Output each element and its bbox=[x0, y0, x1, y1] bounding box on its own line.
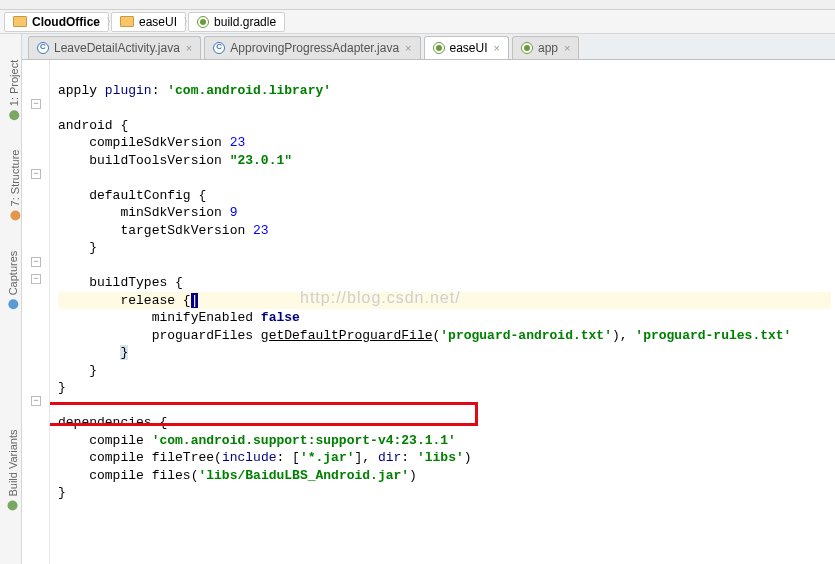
breadcrumb-module-label: easeUI bbox=[139, 15, 177, 29]
breadcrumb-project-label: CloudOffice bbox=[32, 15, 100, 29]
fold-icon[interactable]: − bbox=[31, 99, 41, 109]
fold-icon[interactable]: − bbox=[31, 169, 41, 179]
breadcrumb-file[interactable]: build.gradle bbox=[188, 12, 285, 32]
code-area[interactable]: apply plugin: 'com.android.library' andr… bbox=[50, 60, 835, 564]
tab-label: app bbox=[538, 41, 558, 55]
breadcrumb-file-label: build.gradle bbox=[214, 15, 276, 29]
breadcrumb-project[interactable]: CloudOffice bbox=[4, 12, 109, 32]
fold-icon[interactable]: − bbox=[31, 257, 41, 267]
folder-icon bbox=[120, 16, 134, 27]
close-icon[interactable]: × bbox=[405, 42, 411, 54]
gutter: − − − − − bbox=[22, 60, 50, 564]
tab-label: ApprovingProgressAdapter.java bbox=[230, 41, 399, 55]
tab-label: easeUI bbox=[450, 41, 488, 55]
code-editor[interactable]: − − − − − apply plugin: 'com.android.lib… bbox=[22, 60, 835, 564]
dot-icon bbox=[10, 210, 20, 220]
dot-icon bbox=[8, 501, 18, 511]
tab-approving-adapter[interactable]: ApprovingProgressAdapter.java × bbox=[204, 36, 420, 59]
breadcrumb-module[interactable]: easeUI bbox=[111, 12, 186, 32]
gradle-icon bbox=[197, 16, 209, 28]
tab-label: LeaveDetailActivity.java bbox=[54, 41, 180, 55]
sidebar-item-project[interactable]: 1: Project bbox=[8, 60, 20, 120]
dot-icon bbox=[9, 110, 19, 120]
java-icon bbox=[37, 42, 49, 54]
fold-icon[interactable]: − bbox=[31, 396, 41, 406]
gradle-icon bbox=[433, 42, 445, 54]
editor-tab-bar: LeaveDetailActivity.java × ApprovingProg… bbox=[22, 34, 835, 60]
gradle-icon bbox=[521, 42, 533, 54]
sidebar-item-structure[interactable]: 7: Structure bbox=[9, 150, 21, 221]
close-icon[interactable]: × bbox=[186, 42, 192, 54]
fold-icon[interactable]: − bbox=[31, 274, 41, 284]
tab-app[interactable]: app × bbox=[512, 36, 579, 59]
sidebar-item-captures[interactable]: Captures bbox=[7, 251, 19, 310]
close-icon[interactable]: × bbox=[494, 42, 500, 54]
breadcrumb: CloudOffice easeUI build.gradle bbox=[0, 10, 835, 34]
close-icon[interactable]: × bbox=[564, 42, 570, 54]
highlight-annotation bbox=[50, 402, 478, 426]
sidebar-item-build-variants[interactable]: Build Variants bbox=[7, 429, 19, 510]
toolbar-strip bbox=[0, 0, 835, 10]
tab-leave-detail[interactable]: LeaveDetailActivity.java × bbox=[28, 36, 201, 59]
folder-icon bbox=[13, 16, 27, 27]
java-icon bbox=[213, 42, 225, 54]
tab-easeui[interactable]: easeUI × bbox=[424, 36, 509, 59]
tool-window-bar-left: 1: Project 7: Structure Captures Build V… bbox=[0, 34, 22, 564]
dot-icon bbox=[8, 299, 18, 309]
